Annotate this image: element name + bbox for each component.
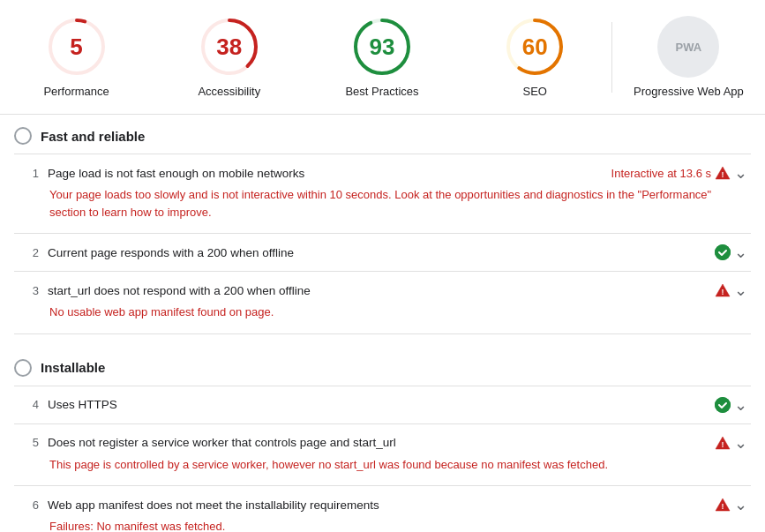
score-best-practices[interactable]: 93 Best Practices xyxy=(305,9,458,105)
best-practices-circle: 93 xyxy=(351,16,413,78)
seo-label: SEO xyxy=(522,85,546,98)
expand-chevron[interactable]: ⌄ xyxy=(734,395,747,415)
accessibility-value: 38 xyxy=(216,34,242,61)
audit-item: 2Current page responds with a 200 when o… xyxy=(14,234,751,272)
audit-number: 3 xyxy=(18,284,39,297)
score-pwa[interactable]: PWA Progressive Web App xyxy=(612,9,765,105)
audit-detail: Your page loads too slowly and is not in… xyxy=(14,183,751,224)
audit-item: 3start_url does not respond with a 200 w… xyxy=(14,272,751,334)
audit-number: 2 xyxy=(18,246,39,259)
score-accessibility[interactable]: 38 Accessibility xyxy=(153,9,305,105)
audit-text: Uses HTTPS xyxy=(48,398,706,411)
svg-point-11 xyxy=(715,397,731,413)
audit-icons: Interactive at 13.6 s ! ⌄ xyxy=(611,163,747,183)
sections-container: Fast and reliable1Page load is not fast … xyxy=(0,115,765,532)
audit-detail: Failures: No manifest was fetched. xyxy=(14,514,751,532)
audit-item: 6Web app manifest does not meet the inst… xyxy=(14,486,751,532)
svg-text:!: ! xyxy=(722,440,724,449)
seo-circle: 60 xyxy=(504,16,566,78)
section-status-icon xyxy=(14,359,32,377)
audit-row: 6Web app manifest does not meet the inst… xyxy=(14,495,751,514)
performance-label: Performance xyxy=(43,85,109,98)
audit-detail: No usable web app manifest found on page… xyxy=(14,300,751,325)
audit-icons: ! ⌄ xyxy=(715,281,747,300)
svg-text:!: ! xyxy=(722,170,724,179)
audit-number: 6 xyxy=(18,498,39,512)
audit-list: 1Page load is not fast enough on mobile … xyxy=(14,154,751,334)
audit-row: 5Does not register a service worker that… xyxy=(14,433,751,453)
audit-text: Current page responds with a 200 when of… xyxy=(48,246,706,259)
warn-icon: ! xyxy=(715,282,731,298)
audit-number: 4 xyxy=(18,398,39,411)
audit-icons: ! ⌄ xyxy=(715,433,747,453)
warn-icon: ! xyxy=(715,435,731,451)
score-seo[interactable]: 60 SEO xyxy=(459,9,611,105)
svg-text:!: ! xyxy=(722,288,724,296)
performance-value: 5 xyxy=(70,34,82,61)
warn-icon: ! xyxy=(715,497,731,513)
expand-chevron[interactable]: ⌄ xyxy=(734,281,747,300)
score-performance[interactable]: 5 Performance xyxy=(0,9,153,105)
best-practices-label: Best Practices xyxy=(345,85,418,98)
best-practices-value: 93 xyxy=(370,34,395,61)
pwa-icon: PWA xyxy=(657,16,719,78)
expand-chevron[interactable]: ⌄ xyxy=(734,243,747,262)
pass-icon xyxy=(715,244,731,260)
section-status-icon xyxy=(14,127,32,145)
audit-text: Page load is not fast enough on mobile n… xyxy=(48,167,603,180)
audit-text: Does not register a service worker that … xyxy=(48,436,706,449)
expand-chevron[interactable]: ⌄ xyxy=(734,495,747,514)
section-header-fast-reliable: Fast and reliable xyxy=(14,127,751,145)
pass-icon xyxy=(715,397,731,413)
audit-text: Web app manifest does not meet the insta… xyxy=(48,498,706,512)
audit-item: 1Page load is not fast enough on mobile … xyxy=(14,154,751,234)
audit-detail: This page is controlled by a service wor… xyxy=(14,453,751,477)
audit-row: 2Current page responds with a 200 when o… xyxy=(14,243,751,262)
pwa-label: Progressive Web App xyxy=(634,85,744,98)
audit-text: start_url does not respond with a 200 wh… xyxy=(48,284,706,297)
section-title: Installable xyxy=(41,360,105,375)
audit-item: 4Uses HTTPS ⌄ xyxy=(14,386,751,424)
section-fast-reliable: Fast and reliable1Page load is not fast … xyxy=(0,115,765,347)
svg-point-9 xyxy=(715,244,731,260)
performance-circle: 5 xyxy=(46,16,108,78)
audit-meta: Interactive at 13.6 s xyxy=(611,167,711,180)
warn-icon: ! xyxy=(715,165,731,181)
section-title: Fast and reliable xyxy=(41,129,145,144)
audit-item: 5Does not register a service worker that… xyxy=(14,424,751,487)
audit-number: 1 xyxy=(18,167,39,180)
accessibility-label: Accessibility xyxy=(198,85,260,98)
audit-icons: ! ⌄ xyxy=(715,495,747,514)
section-header-installable: Installable xyxy=(14,359,751,377)
audit-row: 4Uses HTTPS ⌄ xyxy=(14,395,751,415)
audit-number: 5 xyxy=(18,436,39,449)
audit-icons: ⌄ xyxy=(715,395,747,415)
audit-row: 3start_url does not respond with a 200 w… xyxy=(14,281,751,300)
score-bar: 5 Performance 38 Accessibility 93 Best P… xyxy=(0,0,765,115)
audit-list: 4Uses HTTPS ⌄5Does not register a servic… xyxy=(14,386,751,533)
accessibility-circle: 38 xyxy=(199,16,260,78)
section-installable: Installable4Uses HTTPS ⌄5Does not regist… xyxy=(0,347,765,533)
expand-chevron[interactable]: ⌄ xyxy=(734,163,747,183)
audit-icons: ⌄ xyxy=(715,243,747,262)
expand-chevron[interactable]: ⌄ xyxy=(734,433,747,453)
audit-row: 1Page load is not fast enough on mobile … xyxy=(14,163,751,183)
svg-text:!: ! xyxy=(722,502,724,511)
seo-value: 60 xyxy=(522,34,548,61)
